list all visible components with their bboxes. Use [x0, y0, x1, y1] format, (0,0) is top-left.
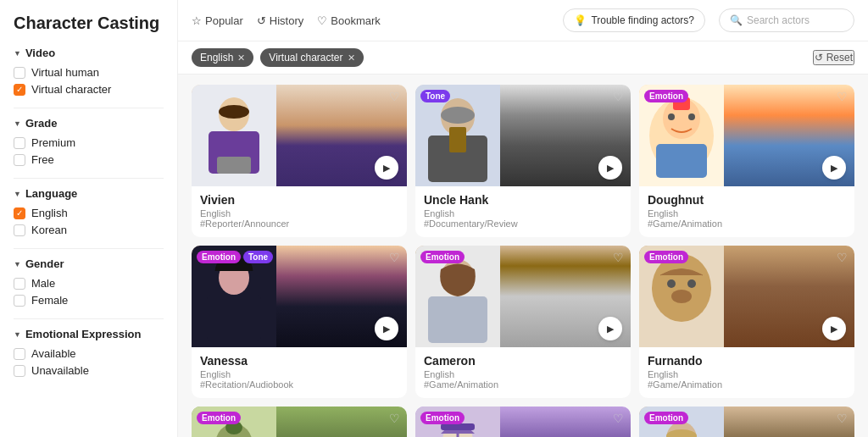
card-image-area: Emotion ♡ ▶ [639, 246, 854, 347]
female-checkbox[interactable] [14, 295, 25, 307]
svg-point-27 [671, 290, 692, 303]
filter-female[interactable]: Female [14, 294, 164, 307]
reset-icon: ↺ [815, 52, 823, 64]
play-button[interactable]: ▶ [375, 317, 398, 340]
svg-point-26 [687, 279, 696, 288]
character-lang: English [424, 208, 622, 218]
character-tag: #Game/Animation [648, 218, 846, 229]
heart-button[interactable]: ♡ [613, 90, 624, 103]
character-lang: English [648, 208, 846, 218]
filter-video-header[interactable]: ▼ Video [14, 47, 164, 59]
card-badges: EmotionTone [197, 251, 273, 263]
virtual-character-tag-close[interactable]: ✕ [348, 53, 355, 64]
character-name: Uncle Hank [424, 193, 622, 207]
svg-rect-9 [449, 127, 466, 152]
available-label: Available [31, 347, 76, 360]
badge-emotion: Emotion [197, 412, 241, 424]
trouble-finding-button[interactable]: 💡 Trouble finding actors? [563, 8, 705, 32]
filter-korean[interactable]: Korean [14, 224, 164, 236]
unavailable-checkbox[interactable] [14, 365, 25, 377]
search-placeholder: Search actors [747, 14, 810, 26]
filter-grade-header[interactable]: ▼ Grade [14, 117, 164, 130]
svg-point-8 [441, 107, 475, 124]
reset-button[interactable]: ↺ Reset [813, 50, 854, 65]
nav-popular[interactable]: ☆ Popular [192, 14, 243, 27]
bookmark-icon: ♡ [317, 14, 327, 27]
reset-label: Reset [826, 52, 853, 64]
nav-history[interactable]: ↺ History [257, 14, 303, 27]
heart-button[interactable]: ♡ [613, 412, 624, 425]
play-button[interactable]: ▶ [598, 156, 622, 180]
badge-tone: Tone [243, 251, 273, 263]
nav-bookmark[interactable]: ♡ Bookmark [317, 14, 381, 27]
filter-language: ▼ Language English Korean [14, 187, 164, 236]
korean-checkbox[interactable] [14, 224, 25, 236]
premium-checkbox[interactable] [14, 137, 25, 149]
chevron-down-icon: ▼ [14, 49, 21, 58]
filter-emotional-header[interactable]: ▼ Emotional Expression [14, 328, 164, 340]
filter-virtual-human[interactable]: Virtual human [14, 66, 164, 79]
card-info: Vivien English #Reporter/Announcer [192, 186, 407, 237]
badge-emotion: Emotion [420, 251, 465, 263]
svg-point-3 [219, 105, 249, 119]
virtual-character-checkbox[interactable] [14, 84, 25, 96]
svg-rect-37 [441, 423, 475, 430]
virtual-human-checkbox[interactable] [14, 67, 25, 79]
chevron-down-icon: ▼ [14, 260, 21, 268]
card-badges: Emotion [644, 251, 688, 263]
search-box[interactable]: 🔍 Search actors [719, 8, 854, 32]
heart-button[interactable]: ♡ [389, 251, 400, 264]
main-content: ☆ Popular ↺ History ♡ Bookmark 💡 Trouble… [178, 0, 868, 437]
svg-rect-4 [217, 157, 251, 174]
card-image-area: Tone ♡ ▶ [415, 85, 631, 186]
free-label: Free [31, 153, 54, 166]
play-button[interactable]: ▶ [375, 156, 398, 180]
filter-grade: ▼ Grade Premium Free [14, 117, 164, 166]
character-card-cameron: Emotion ♡ ▶ Cameron English #Game/Animat… [415, 246, 631, 398]
svg-rect-15 [656, 144, 707, 178]
heart-button[interactable]: ♡ [837, 90, 848, 103]
english-filter-tag[interactable]: English ✕ [192, 48, 253, 67]
character-tag: #Game/Animation [648, 379, 846, 390]
filter-gender-header[interactable]: ▼ Gender [14, 257, 164, 270]
chevron-down-icon: ▼ [14, 119, 21, 128]
filter-available[interactable]: Available [14, 347, 164, 360]
play-button[interactable]: ▶ [598, 317, 622, 340]
trouble-btn-label: Trouble finding actors? [591, 14, 694, 26]
filter-free[interactable]: Free [14, 153, 164, 166]
english-checkbox[interactable] [14, 207, 25, 219]
character-tag: #Documentary/Review [424, 218, 622, 229]
character-lang: English [424, 369, 622, 379]
card-info: Vanessa English #Recitation/Audiobook [192, 347, 407, 398]
play-button[interactable]: ▶ [822, 156, 846, 180]
card-badges: Tone [420, 90, 450, 102]
character-tag: #Recitation/Audiobook [200, 379, 398, 390]
character-card-vivien: ♡ ▶ Vivien English #Reporter/Announcer [192, 85, 407, 237]
filter-gender: ▼ Gender Male Female [14, 257, 164, 307]
card-image-area: EmotionTone ♡ ▶ [192, 246, 407, 347]
english-tag-close[interactable]: ✕ [237, 53, 245, 64]
filter-virtual-character[interactable]: Virtual character [14, 83, 164, 96]
heart-button[interactable]: ♡ [613, 251, 624, 264]
virtual-character-filter-tag[interactable]: Virtual character ✕ [260, 48, 363, 67]
heart-button[interactable]: ♡ [837, 251, 848, 264]
available-checkbox[interactable] [14, 348, 25, 360]
filter-language-header[interactable]: ▼ Language [14, 187, 164, 200]
heart-button[interactable]: ♡ [389, 90, 400, 103]
filter-english[interactable]: English [14, 207, 164, 219]
heart-button[interactable]: ♡ [389, 412, 400, 425]
free-checkbox[interactable] [14, 154, 25, 166]
filter-male[interactable]: Male [14, 277, 164, 290]
heart-button[interactable]: ♡ [837, 412, 848, 425]
filter-unavailable[interactable]: Unavailable [14, 364, 164, 377]
play-button[interactable]: ▶ [822, 317, 846, 340]
badge-emotion: Emotion [420, 412, 465, 424]
filter-premium[interactable]: Premium [14, 136, 164, 149]
page-title: Character Casting [14, 14, 164, 33]
filter-emotional-label: Emotional Expression [25, 328, 142, 340]
male-checkbox[interactable] [14, 278, 25, 290]
card-badges: Emotion [197, 412, 241, 424]
svg-point-14 [688, 113, 695, 120]
bulb-icon: 💡 [574, 14, 587, 26]
female-label: Female [31, 294, 68, 307]
